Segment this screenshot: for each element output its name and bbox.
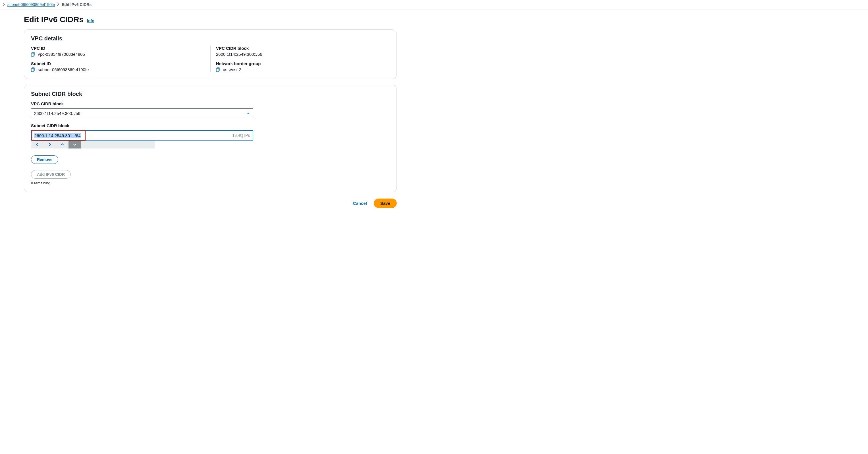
svg-rect-3 (31, 68, 34, 72)
remaining-text: 0 remaining (31, 181, 390, 185)
subnet-cidr-input[interactable]: 2600:1f14:2549:301::/64 18.4Q IPs (31, 130, 253, 141)
subnet-cidr-input-label: Subnet CIDR block (31, 123, 390, 128)
remove-button[interactable]: Remove (31, 155, 58, 164)
arrow-left-button[interactable] (31, 141, 43, 148)
vpc-cidr-label: VPC CIDR block (216, 46, 390, 51)
save-button[interactable]: Save (374, 199, 397, 208)
cancel-button[interactable]: Cancel (351, 199, 369, 208)
arrow-up-button[interactable] (56, 141, 68, 148)
subnet-cidr-panel-title: Subnet CIDR block (31, 91, 390, 97)
subnet-cidr-input-value: 2600:1f14:2549:301::/64 (34, 133, 81, 138)
add-ipv6-cidr-button[interactable]: Add IPv6 CIDR (31, 170, 71, 179)
page-header: Edit IPv6 CIDRs Info (24, 15, 397, 24)
breadcrumb-parent-link[interactable]: subnet-06f6093869ef190fe (7, 2, 55, 7)
info-link[interactable]: Info (87, 19, 94, 23)
copy-icon[interactable] (216, 67, 221, 72)
chevron-right-icon (3, 2, 5, 7)
vpc-id-value: vpc-03854f970683e4905 (38, 52, 85, 57)
subnet-id-value: subnet-06f6093869ef190fe (38, 67, 89, 72)
vpc-cidr-select[interactable]: 2600:1f14:2549:300::/56 (31, 108, 253, 118)
copy-icon[interactable] (31, 67, 35, 72)
vpc-cidr-select-label: VPC CIDR block (31, 101, 390, 106)
vpc-cidr-select-value[interactable]: 2600:1f14:2549:300::/56 (31, 108, 253, 118)
svg-rect-5 (216, 68, 219, 72)
subnet-id-label: Subnet ID (31, 61, 205, 66)
svg-rect-1 (31, 53, 34, 56)
vpc-details-panel-title: VPC details (31, 35, 390, 42)
arrow-down-button[interactable] (68, 141, 81, 148)
vpc-cidr-value: 2600:1f14:2549:300::/56 (216, 52, 262, 57)
breadcrumb-current: Edit IPv6 CIDRs (62, 2, 92, 7)
nbg-value: us-west-2 (223, 67, 241, 72)
page-title: Edit IPv6 CIDRs (24, 15, 84, 24)
copy-icon[interactable] (31, 52, 35, 57)
cidr-stepper (31, 141, 155, 148)
breadcrumb: subnet-06f6093869ef190fe Edit IPv6 CIDRs (0, 0, 868, 9)
subnet-cidr-panel: Subnet CIDR block VPC CIDR block 2600:1f… (24, 85, 397, 192)
footer-actions: Cancel Save (24, 199, 397, 208)
ip-count: 18.4Q IPs (232, 133, 253, 138)
nbg-label: Network border group (216, 61, 390, 66)
arrow-right-button[interactable] (43, 141, 56, 148)
chevron-right-icon (57, 2, 59, 7)
vpc-id-label: VPC ID (31, 46, 205, 51)
vpc-details-panel: VPC details VPC ID vpc-03854f970683e4905… (24, 29, 397, 79)
